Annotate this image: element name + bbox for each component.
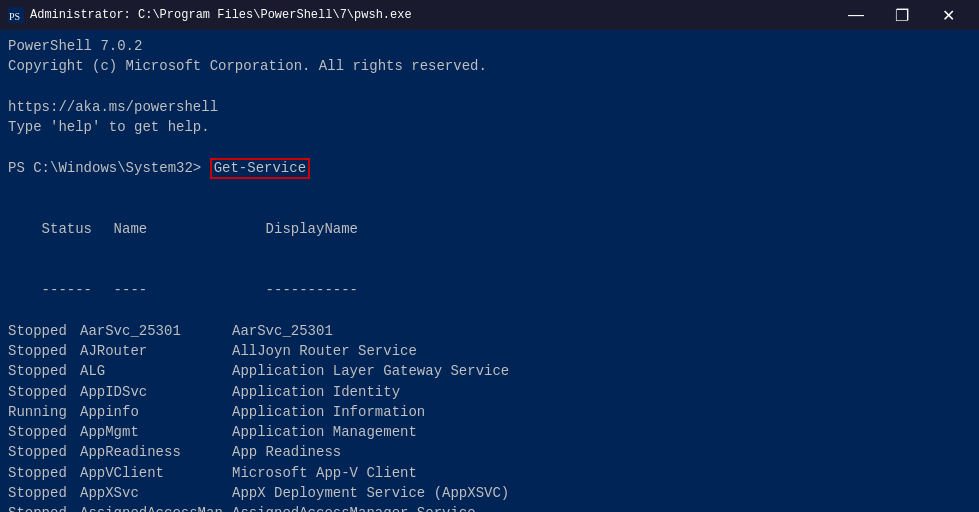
table-row: StoppedAppIDSvcApplication Identity [8, 382, 971, 402]
prompt-text: PS C:\Windows\System32> [8, 158, 210, 178]
minimize-button[interactable]: — [833, 0, 879, 30]
service-display: Application Management [232, 422, 417, 442]
service-status: Stopped [8, 422, 80, 442]
service-status: Stopped [8, 361, 80, 381]
table-row: StoppedAarSvc_25301AarSvc_25301 [8, 321, 971, 341]
table-row: StoppedAJRouterAllJoyn Router Service [8, 341, 971, 361]
svg-text:PS: PS [9, 11, 20, 22]
service-name: AJRouter [80, 341, 232, 361]
service-display: AppX Deployment Service (AppXSVC) [232, 483, 509, 503]
prompt-line: PS C:\Windows\System32> Get-Service [8, 158, 971, 179]
copyright-line: Copyright (c) Microsoft Corporation. All… [8, 56, 971, 76]
service-name: AppMgmt [80, 422, 232, 442]
header-row: StatusNameDisplayName [8, 199, 971, 260]
service-list: StoppedAarSvc_25301AarSvc_25301StoppedAJ… [8, 321, 971, 512]
service-name: AppXSvc [80, 483, 232, 503]
table-row: StoppedAppMgmtApplication Management [8, 422, 971, 442]
table-row: RunningAppinfoApplication Information [8, 402, 971, 422]
service-display: AllJoyn Router Service [232, 341, 417, 361]
service-status: Stopped [8, 442, 80, 462]
blank-2 [8, 137, 971, 157]
col-display-sep: ----------- [266, 280, 358, 300]
service-status: Stopped [8, 483, 80, 503]
service-name: AarSvc_25301 [80, 321, 232, 341]
col-status-sep: ------ [42, 280, 114, 300]
service-name: Appinfo [80, 402, 232, 422]
service-name: AppVClient [80, 463, 232, 483]
service-display: AarSvc_25301 [232, 321, 333, 341]
help-line: Type 'help' to get help. [8, 117, 971, 137]
command-get-service[interactable]: Get-Service [210, 158, 310, 179]
table-row: StoppedAppXSvcAppX Deployment Service (A… [8, 483, 971, 503]
terminal-body: PowerShell 7.0.2 Copyright (c) Microsoft… [0, 30, 979, 512]
service-status: Stopped [8, 341, 80, 361]
service-name: AssignedAccessMan... [80, 503, 232, 512]
service-display: Application Information [232, 402, 425, 422]
powershell-icon: PS [8, 7, 24, 23]
table-row: StoppedAppReadinessApp Readiness [8, 442, 971, 462]
service-display: Application Layer Gateway Service [232, 361, 509, 381]
service-display: App Readiness [232, 442, 341, 462]
maximize-button[interactable]: ❐ [879, 0, 925, 30]
service-status: Running [8, 402, 80, 422]
col-name-header: Name [114, 219, 266, 239]
blank-3 [8, 179, 971, 199]
table-row: StoppedALGApplication Layer Gateway Serv… [8, 361, 971, 381]
table-row: StoppedAssignedAccessMan...AssignedAcces… [8, 503, 971, 512]
service-display: Microsoft App-V Client [232, 463, 417, 483]
service-name: ALG [80, 361, 232, 381]
close-button[interactable]: ✕ [925, 0, 971, 30]
service-status: Stopped [8, 503, 80, 512]
col-display-header: DisplayName [266, 219, 358, 239]
title-text: Administrator: C:\Program Files\PowerShe… [30, 8, 412, 22]
col-name-sep: ---- [114, 280, 266, 300]
separator-row: --------------------- [8, 260, 971, 321]
service-name: AppIDSvc [80, 382, 232, 402]
service-display: AssignedAccessManager Service [232, 503, 476, 512]
service-status: Stopped [8, 321, 80, 341]
blank-1 [8, 77, 971, 97]
url-line: https://aka.ms/powershell [8, 97, 971, 117]
powershell-version: PowerShell 7.0.2 [8, 36, 971, 56]
service-display: Application Identity [232, 382, 400, 402]
service-status: Stopped [8, 382, 80, 402]
col-status-header: Status [42, 219, 114, 239]
title-bar: PS Administrator: C:\Program Files\Power… [0, 0, 979, 30]
table-row: StoppedAppVClientMicrosoft App-V Client [8, 463, 971, 483]
service-status: Stopped [8, 463, 80, 483]
service-name: AppReadiness [80, 442, 232, 462]
